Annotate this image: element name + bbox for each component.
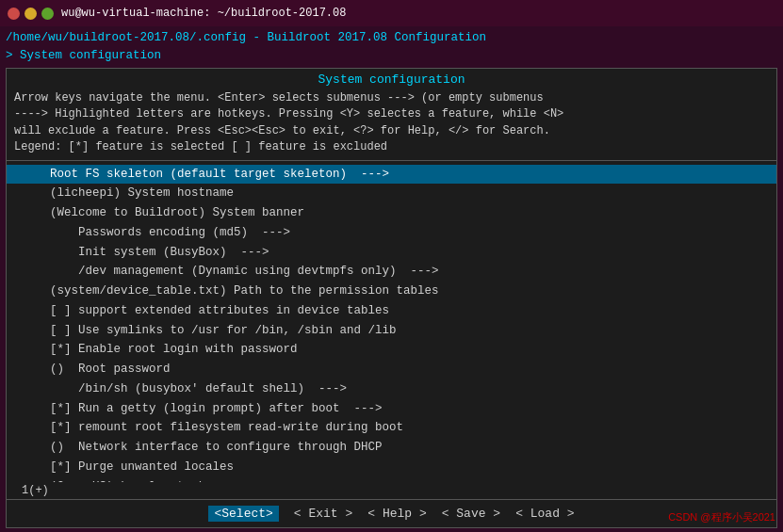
menu-area: Root FS skeleton (default target skeleto… — [7, 161, 776, 482]
menu-item[interactable]: (licheepi) System hostname — [7, 184, 776, 203]
config-instructions: Arrow keys navigate the menu. <Enter> se… — [7, 89, 776, 161]
window-title: wu@wu-virtual-machine: ~/buildroot-2017.… — [61, 7, 346, 20]
menu-item[interactable]: [*] Purge unwanted locales — [7, 458, 776, 477]
menu-item[interactable]: [*] Enable root login with password — [7, 340, 776, 360]
watermark: CSDN @程序小吴2021 — [668, 510, 775, 524]
menu-item[interactable]: [*] Run a getty (login prompt) after boo… — [7, 399, 776, 419]
nav-button-load[interactable]: < Load > — [515, 507, 574, 521]
instruction-line-4: Legend: [*] feature is selected [ ] feat… — [14, 139, 769, 155]
terminal-body: /home/wu/buildroot-2017.08/.config - Bui… — [0, 26, 783, 532]
menu-item[interactable]: (system/device_table.txt) Path to the pe… — [7, 282, 776, 301]
minimize-button[interactable] — [24, 8, 37, 20]
menu-item[interactable]: [*] remount root filesystem read-write d… — [7, 418, 776, 438]
menu-item[interactable]: () Network interface to configure throug… — [7, 438, 776, 458]
maximize-button[interactable] — [41, 8, 54, 20]
title-bar: wu@wu-virtual-machine: ~/buildroot-2017.… — [0, 0, 783, 26]
bottom-note: 1(+) — [7, 482, 776, 499]
window-controls — [8, 8, 54, 20]
menu-item[interactable]: (Welcome to Buildroot) System banner — [7, 203, 776, 223]
terminal-window: wu@wu-virtual-machine: ~/buildroot-2017.… — [0, 0, 783, 532]
nav-button-exit[interactable]: < Exit > — [294, 507, 352, 521]
breadcrumb: > System configuration — [6, 48, 777, 65]
config-box: System configuration Arrow keys navigate… — [6, 68, 777, 528]
close-button[interactable] — [8, 8, 20, 20]
nav-button-select[interactable]: <Select> — [208, 506, 278, 522]
menu-item[interactable]: /dev management (Dynamic using devtmpfs … — [7, 262, 776, 282]
config-title: System configuration — [7, 69, 776, 89]
menu-item[interactable]: Root FS skeleton (default target skeleto… — [7, 165, 776, 185]
nav-button-save[interactable]: < Save > — [442, 507, 500, 521]
nav-button-help[interactable]: < Help > — [367, 507, 426, 521]
menu-item[interactable]: [ ] support extended attributes in devic… — [7, 301, 776, 321]
menu-item[interactable]: [ ] Use symlinks to /usr for /bin, /sbin… — [7, 321, 776, 341]
instruction-line-3: will exclude a feature. Press <Esc><Esc>… — [14, 123, 769, 139]
menu-item[interactable]: () Root password — [7, 360, 776, 379]
instruction-line-1: Arrow keys navigate the menu. <Enter> se… — [14, 90, 769, 106]
path-line: /home/wu/buildroot-2017.08/.config - Bui… — [6, 30, 777, 47]
menu-item[interactable]: Init system (BusyBox) ---> — [7, 243, 776, 263]
menu-item[interactable]: /bin/sh (busybox' default shell) ---> — [7, 379, 776, 399]
button-bar: <Select>< Exit >< Help >< Save >< Load > — [7, 499, 776, 527]
menu-item[interactable]: Passwords encoding (md5) ---> — [7, 223, 776, 243]
instruction-line-2: ----> Highlighted letters are hotkeys. P… — [14, 106, 769, 122]
